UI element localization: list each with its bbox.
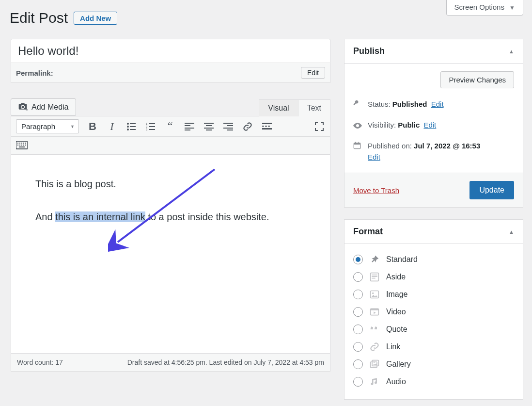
radio-icon [353,342,363,352]
format-label: Standard [386,255,418,264]
pin-icon [369,255,380,264]
svg-rect-27 [265,126,267,127]
video-icon [369,307,380,317]
svg-rect-32 [19,143,20,144]
paragraph-dropdown[interactable]: Paragraph [16,119,79,133]
bullet-list-icon[interactable] [125,121,137,132]
svg-text:3: 3 [146,128,148,131]
format-option-image[interactable]: Image [353,286,514,303]
visibility-text: Visibility: Public Edit [368,120,436,130]
svg-rect-14 [185,125,190,126]
content-line2: And this is an internal link to a post i… [35,210,306,224]
svg-rect-38 [21,145,22,146]
save-status: Draft saved at 4:56:25 pm. Last edited o… [127,358,324,366]
svg-rect-13 [185,123,194,124]
svg-rect-0 [26,110,28,111]
format-option-video[interactable]: Video [353,303,514,321]
svg-point-5 [127,129,129,130]
add-new-button[interactable]: Add New [74,12,117,25]
camera-icon [18,102,28,113]
status-text: Status: Published Edit [368,99,444,109]
svg-rect-10 [149,126,155,127]
format-label: Gallery [386,360,411,369]
svg-rect-25 [262,123,272,124]
format-option-standard[interactable]: Standard [353,251,514,268]
radio-icon [353,255,363,264]
post-title-input[interactable] [11,39,330,63]
bold-icon[interactable]: B [87,121,98,132]
format-label: Audio [386,377,406,386]
collapse-icon[interactable]: ▲ [509,49,514,54]
add-media-button[interactable]: Add Media [11,98,76,116]
date-text: Published on: Jul 7, 2022 @ 16:53 Edit [368,141,480,162]
move-to-trash-link[interactable]: Move to Trash [353,186,399,195]
svg-rect-21 [223,123,233,124]
svg-rect-50 [372,278,376,279]
format-option-audio[interactable]: Audio [353,373,514,390]
format-option-link[interactable]: Link [353,338,514,356]
editor-content[interactable]: This is a blog post. And this is an inte… [11,155,330,354]
tab-text[interactable]: Text [298,99,330,116]
svg-rect-36 [17,145,18,146]
radio-icon [353,377,363,387]
format-label: Aside [386,273,406,281]
svg-rect-24 [227,130,233,130]
svg-rect-34 [23,143,24,144]
svg-rect-23 [223,128,233,129]
number-list-icon[interactable]: 123 [145,121,156,132]
svg-rect-39 [23,145,24,146]
svg-rect-35 [25,143,26,144]
word-count-label: Word count: [17,358,53,366]
publish-metabox: Publish ▲ Preview Changes Status: Publis… [344,39,523,208]
word-count-value: 17 [55,358,63,366]
svg-rect-40 [25,145,26,146]
format-label: Image [386,290,407,299]
svg-rect-20 [206,130,212,130]
format-option-quote[interactable]: Quote [353,321,514,338]
format-label: Link [386,342,400,351]
fullscreen-icon[interactable] [313,121,325,132]
svg-rect-28 [268,126,270,127]
aside-icon [369,272,380,282]
editor-toolbar-row2 [11,136,330,155]
visibility-edit-link[interactable]: Edit [423,121,436,129]
permalink-edit-button[interactable]: Edit [301,67,325,79]
collapse-icon[interactable]: ▲ [509,229,514,235]
radio-icon [353,272,363,282]
preview-changes-button[interactable]: Preview Changes [440,71,514,88]
radio-icon [353,307,363,317]
format-option-gallery[interactable]: Gallery [353,356,514,373]
svg-rect-31 [17,143,18,144]
keyboard-icon[interactable] [16,140,28,151]
svg-point-3 [127,126,129,128]
content-line1: This is a blog post. [35,177,306,191]
svg-rect-48 [372,275,377,276]
format-label: Quote [386,325,407,334]
svg-rect-46 [359,142,359,144]
screen-options-button[interactable]: Screen Options ▼ [446,0,523,16]
svg-point-57 [374,362,375,363]
image-icon [369,290,380,299]
format-option-aside[interactable]: Aside [353,268,514,286]
quote-icon [369,325,380,334]
radio-icon [353,290,363,299]
screen-options-label: Screen Options [454,3,504,11]
italic-icon[interactable]: I [106,121,118,132]
link-icon [369,342,380,352]
key-icon [353,100,363,110]
quote-icon[interactable]: “ [164,121,176,132]
link-icon[interactable] [242,121,253,132]
svg-rect-29 [262,128,272,130]
add-media-label: Add Media [31,103,69,112]
readmore-icon[interactable] [261,121,273,132]
align-right-icon[interactable] [222,121,234,132]
audio-icon [369,377,380,387]
editor-footer: Word count: 17 Draft saved at 4:56:25 pm… [11,354,330,372]
update-button[interactable]: Update [469,181,514,199]
align-center-icon[interactable] [203,121,215,132]
svg-rect-16 [185,130,190,130]
tab-visual[interactable]: Visual [259,99,297,116]
date-edit-link[interactable]: Edit [368,152,480,162]
status-edit-link[interactable]: Edit [431,100,444,108]
align-left-icon[interactable] [184,121,195,132]
